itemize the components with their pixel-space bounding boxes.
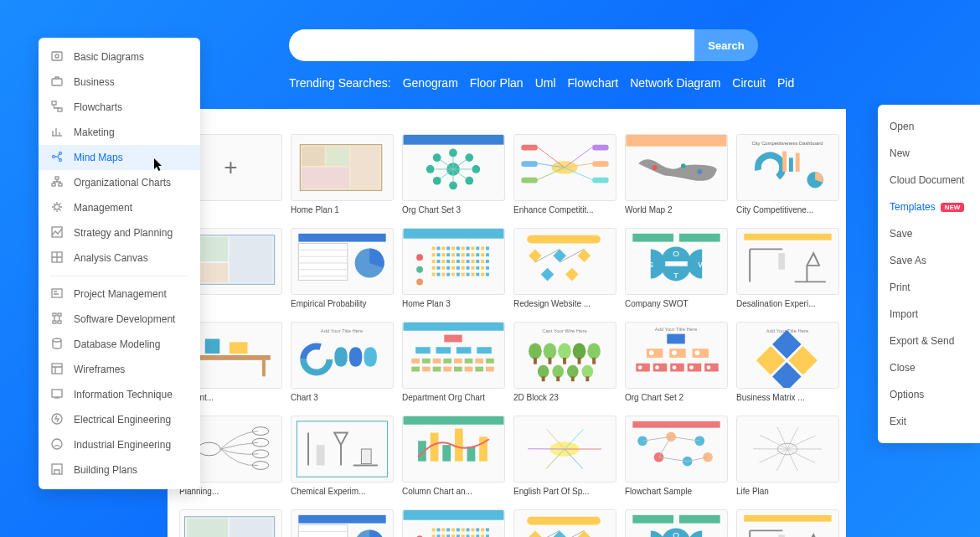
menu-item-templates[interactable]: TemplatesNEW [878, 194, 980, 220]
svg-rect-254 [230, 519, 273, 537]
svg-point-38 [433, 177, 441, 185]
sidebar-item-maketing[interactable]: Maketing [39, 120, 200, 145]
sidebar-item-label: Information Technique [74, 389, 173, 400]
sidebar-item-flowcharts[interactable]: Flowcharts [39, 95, 200, 120]
template-card[interactable] [513, 509, 616, 537]
svg-rect-49 [521, 145, 538, 151]
template-card[interactable]: Add Your Title HereChart 3 [291, 322, 394, 402]
svg-rect-132 [451, 273, 455, 276]
trending-item-floor-plan[interactable]: Floor Plan [470, 76, 524, 90]
template-card[interactable]: English Part Of Sp... [513, 416, 616, 496]
menu-item-options[interactable]: Options [878, 381, 980, 408]
template-card[interactable]: Department Org Chart [402, 322, 505, 402]
trending-item-flowchart[interactable]: Flowchart [568, 76, 619, 90]
template-label: Life Plan [736, 487, 839, 496]
trending-item-genogram[interactable]: Genogram [403, 76, 458, 90]
svg-point-208 [672, 350, 677, 355]
svg-rect-115 [486, 260, 489, 263]
svg-rect-2 [52, 79, 62, 85]
menu-item-cloud-document[interactable]: Cloud Document [878, 167, 980, 194]
template-thumbnail [291, 509, 394, 537]
svg-rect-149 [744, 234, 831, 240]
sidebar-item-strategy-and-planning[interactable]: Strategy and Planning [39, 220, 200, 245]
template-thumbnail [513, 509, 616, 537]
svg-rect-183 [486, 367, 494, 372]
briefcase-icon [50, 75, 74, 90]
template-card[interactable] [402, 509, 505, 537]
mindmap-icon [50, 150, 74, 166]
menu-item-save[interactable]: Save [878, 220, 980, 247]
sidebar-item-management[interactable]: Management [39, 195, 200, 220]
template-card[interactable]: City Competitiveness DashboardCity Compe… [736, 134, 839, 214]
trending-item-pid[interactable]: Pid [777, 76, 794, 90]
svg-rect-264 [404, 510, 504, 520]
sidebar-item-building-plans[interactable]: Building Plans [39, 457, 200, 483]
template-card[interactable]: Chemical Experim... [291, 416, 394, 496]
template-card[interactable]: Home Plan 3 [402, 228, 505, 308]
sidebar-item-industrial-engineering[interactable]: Industrial Engineering [39, 432, 200, 457]
template-card[interactable]: Empirical Probability [291, 228, 394, 308]
template-card[interactable]: Flowchart Sample [625, 416, 728, 496]
svg-rect-80 [432, 246, 436, 250]
svg-rect-257 [298, 525, 348, 537]
menu-item-export---send[interactable]: Export & Send [878, 328, 980, 354]
template-card[interactable] [291, 509, 394, 537]
menu-item-import[interactable]: Import [878, 301, 980, 328]
svg-rect-205 [647, 349, 663, 358]
sidebar-item-mind-maps[interactable]: Mind Maps [39, 145, 200, 170]
svg-rect-277 [476, 528, 479, 531]
sidebar-item-business[interactable]: Business [39, 70, 200, 95]
grid-icon [50, 250, 74, 266]
menu-item-exit[interactable]: Exit [878, 408, 980, 435]
sidebar-item-electrical-engineering[interactable]: Electrical Engineering [39, 407, 200, 432]
template-card[interactable]: Add Your Title HereOrg Chart Set 2 [625, 322, 728, 402]
search-input[interactable] [289, 29, 694, 61]
template-label: Empirical Probability [291, 299, 394, 308]
svg-rect-76 [404, 229, 504, 239]
template-card[interactable]: Org Chart Set 3 [402, 134, 505, 214]
template-card[interactable]: Enhance Competitit... [513, 134, 616, 214]
svg-rect-186 [534, 358, 537, 364]
sidebar-item-software-development[interactable]: Software Development [39, 307, 200, 332]
svg-rect-176 [411, 367, 420, 372]
trending-item-network-diagram[interactable]: Network Diagram [630, 76, 720, 90]
sidebar-item-basic-diagrams[interactable]: Basic Diagrams [39, 44, 200, 70]
template-card[interactable] [736, 509, 839, 537]
svg-rect-126 [481, 266, 484, 270]
menu-item-label: Cloud Document [890, 174, 964, 186]
sidebar-item-project-management[interactable]: Project Management [39, 281, 200, 307]
svg-rect-101 [476, 253, 479, 256]
template-card[interactable]: Desalination Experi... [736, 228, 839, 308]
menu-item-label: Templates [890, 201, 936, 213]
sidebar-item-label: Database Modeling [74, 338, 160, 350]
svg-point-191 [573, 343, 586, 359]
template-card[interactable]: Life Plan [736, 416, 839, 496]
template-card[interactable]: Redesign Website ... [513, 228, 616, 308]
template-card[interactable]: World Map 2 [625, 134, 728, 214]
template-card[interactable]: Cast Your Wire Here2D Block 23 [513, 322, 616, 402]
svg-rect-239 [442, 445, 451, 462]
template-card[interactable] [179, 509, 282, 537]
trending-item-uml[interactable]: Uml [535, 76, 556, 90]
template-card[interactable]: SWOTCompany SWOT [625, 228, 728, 308]
trending-item-circuit[interactable]: Circuit [732, 76, 766, 90]
menu-item-close[interactable]: Close [878, 354, 980, 381]
template-card[interactable]: Add Your Title HereBusiness Matrix ... [736, 322, 839, 402]
template-card[interactable]: Column Chart an... [402, 416, 505, 496]
svg-rect-93 [437, 253, 441, 256]
menu-item-open[interactable]: Open [878, 113, 980, 140]
sidebar-item-label: Organizational Charts [74, 177, 171, 188]
menu-item-print[interactable]: Print [878, 274, 980, 301]
sidebar-item-analysis-canvas[interactable]: Analysis Canvas [39, 245, 200, 271]
svg-rect-16 [58, 313, 61, 316]
search-button[interactable]: Search [694, 29, 758, 61]
svg-rect-168 [411, 359, 420, 364]
sidebar-item-database-modeling[interactable]: Database Modeling [39, 332, 200, 357]
template-card[interactable]: Home Plan 1 [291, 134, 394, 214]
sidebar-item-wireframes[interactable]: Wireframes [39, 357, 200, 382]
sidebar-item-organizational-charts[interactable]: Organizational Charts [39, 170, 200, 195]
template-card[interactable]: SWOT [625, 509, 728, 537]
sidebar-item-information-technique[interactable]: Information Technique [39, 382, 200, 407]
menu-item-save-as[interactable]: Save As [878, 247, 980, 274]
menu-item-new[interactable]: New [878, 140, 980, 167]
